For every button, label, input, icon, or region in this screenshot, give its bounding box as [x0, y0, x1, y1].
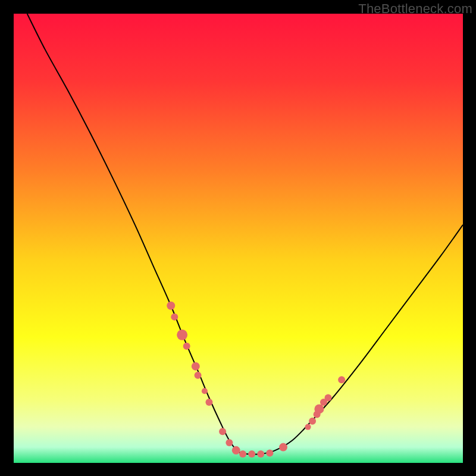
marker-point	[338, 376, 345, 383]
marker-point	[226, 439, 233, 446]
chart-frame	[14, 14, 463, 463]
marker-point	[167, 302, 175, 310]
chart-svg	[14, 14, 463, 463]
marker-point	[266, 449, 273, 456]
marker-point	[192, 362, 200, 371]
marker-point	[202, 388, 208, 394]
marker-point	[195, 372, 202, 379]
marker-point	[279, 443, 287, 452]
marker-point	[314, 404, 324, 414]
marker-point	[309, 418, 316, 425]
marker-point	[305, 424, 311, 430]
marker-point	[239, 450, 246, 458]
chart-background	[14, 14, 463, 463]
marker-point	[171, 314, 178, 321]
marker-point	[205, 399, 212, 406]
marker-point	[177, 330, 187, 340]
marker-point	[248, 450, 255, 458]
marker-point	[325, 394, 332, 402]
marker-point	[219, 428, 226, 435]
marker-point	[183, 343, 190, 350]
marker-point	[257, 450, 264, 458]
marker-point	[232, 446, 240, 455]
